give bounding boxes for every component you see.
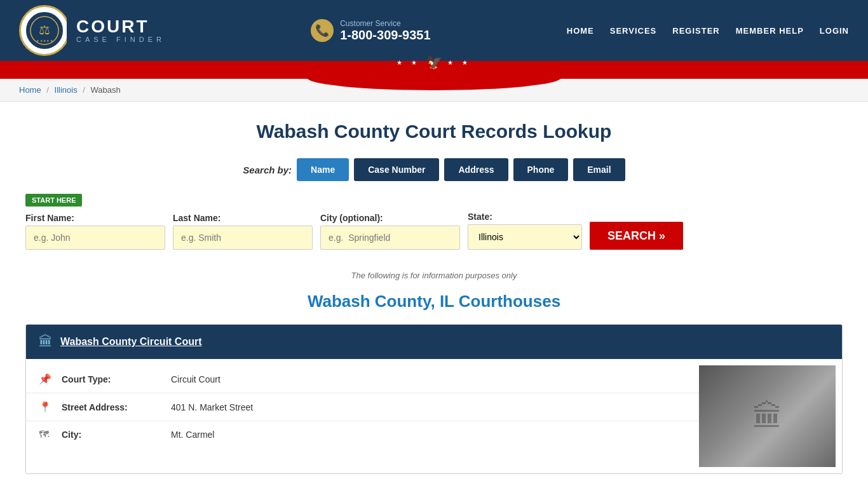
logo-court: COURT <box>76 18 165 36</box>
tab-email[interactable]: Email <box>573 158 625 181</box>
first-name-group: First Name: <box>25 213 165 250</box>
nav-login[interactable]: LOGIN <box>820 26 849 36</box>
nav-member-help[interactable]: MEMBER HELP <box>736 26 804 36</box>
state-group: State: Illinois Alabama Alaska Arizona A… <box>468 212 582 250</box>
state-select[interactable]: Illinois Alabama Alaska Arizona Arkansas… <box>468 224 582 250</box>
courthouse-image <box>699 365 836 467</box>
form-row: First Name: Last Name: City (optional): … <box>25 212 843 250</box>
svg-text:★ ★ ★ ★ ★: ★ ★ ★ ★ ★ <box>36 39 53 43</box>
site-header: ⚖ ★ ★ ★ ★ ★ COURT CASE FINDER 📞 Customer… <box>0 0 868 79</box>
info-note: The following is for information purpose… <box>25 271 843 280</box>
street-icon: 📍 <box>39 401 54 413</box>
court-type-value: Circuit Court <box>171 374 220 384</box>
last-name-label: Last Name: <box>173 213 313 223</box>
nav-register[interactable]: REGISTER <box>672 26 719 36</box>
logo-subtitle: CASE FINDER <box>76 36 165 43</box>
court-photo <box>699 365 836 467</box>
logo-circle: ⚖ ★ ★ ★ ★ ★ <box>19 5 70 56</box>
main-nav: HOME SERVICES REGISTER MEMBER HELP LOGIN <box>567 26 849 36</box>
last-name-group: Last Name: <box>173 213 313 250</box>
logo-area: ⚖ ★ ★ ★ ★ ★ COURT CASE FINDER <box>19 5 175 56</box>
court-type-label: Court Type: <box>62 374 163 384</box>
customer-service: 📞 Customer Service 1-800-309-9351 <box>311 19 430 43</box>
main-content: Wabash County Court Records Lookup Searc… <box>0 102 868 488</box>
svg-text:⚖: ⚖ <box>39 23 50 37</box>
nav-services[interactable]: SERVICES <box>610 26 657 36</box>
street-value: 401 N. Market Street <box>171 402 253 412</box>
city-row-value: Mt. Carmel <box>171 430 214 440</box>
tab-phone[interactable]: Phone <box>513 158 569 181</box>
tab-name[interactable]: Name <box>297 158 349 181</box>
breadcrumb-state[interactable]: Illinois <box>55 85 78 95</box>
city-input[interactable] <box>320 226 460 250</box>
search-form-area: START HERE First Name: Last Name: City (… <box>25 194 843 259</box>
breadcrumb-county: Wabash <box>91 85 121 95</box>
city-row: 🗺 City: Mt. Carmel <box>26 421 699 448</box>
wave-bar: ★ ★ 🦅 ★ ★ <box>0 61 868 79</box>
court-type-row: 📌 Court Type: Circuit Court <box>26 365 699 393</box>
city-icon: 🗺 <box>39 429 54 440</box>
breadcrumb-home[interactable]: Home <box>19 85 41 95</box>
city-row-label: City: <box>62 430 163 440</box>
phone-icon: 📞 <box>311 19 334 42</box>
nav-home[interactable]: HOME <box>567 26 594 36</box>
city-label: City (optional): <box>320 213 460 223</box>
page-title: Wabash County Court Records Lookup <box>25 121 843 142</box>
courthouse-body: 📌 Court Type: Circuit Court 📍 Street Add… <box>26 359 842 473</box>
courthouses-title: Wabash County, IL Courthouses <box>25 292 843 311</box>
search-by-row: Search by: Name Case Number Address Phon… <box>25 158 843 181</box>
start-here-badge: START HERE <box>25 194 82 207</box>
street-label: Street Address: <box>62 402 163 412</box>
courthouse-card: 🏛 Wabash County Circuit Court 📌 Court Ty… <box>25 324 843 474</box>
first-name-input[interactable] <box>25 226 165 250</box>
first-name-label: First Name: <box>25 213 165 223</box>
courthouse-details: 📌 Court Type: Circuit Court 📍 Street Add… <box>26 359 699 473</box>
last-name-input[interactable] <box>173 226 313 250</box>
search-button[interactable]: SEARCH » <box>590 222 683 250</box>
courthouse-name-link[interactable]: Wabash County Circuit Court <box>60 336 202 348</box>
city-group: City (optional): <box>320 213 460 250</box>
phone-number: 1-800-309-9351 <box>340 28 430 43</box>
tab-address[interactable]: Address <box>444 158 508 181</box>
eagle-emblem: ★ ★ 🦅 ★ ★ <box>397 55 472 70</box>
street-row: 📍 Street Address: 401 N. Market Street <box>26 393 699 421</box>
search-by-label: Search by: <box>243 165 292 175</box>
courthouse-icon: 🏛 <box>39 334 53 350</box>
customer-service-label: Customer Service <box>340 19 430 28</box>
courthouse-header: 🏛 Wabash County Circuit Court <box>26 325 842 359</box>
court-type-icon: 📌 <box>39 373 54 385</box>
logo-text: COURT CASE FINDER <box>67 15 175 46</box>
state-label: State: <box>468 212 582 222</box>
tab-case-number[interactable]: Case Number <box>354 158 439 181</box>
